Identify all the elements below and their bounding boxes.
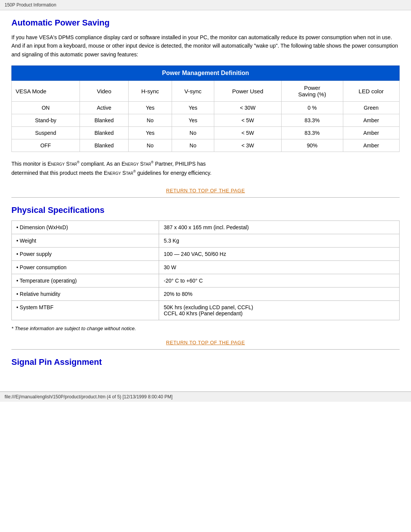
specs-cell: 387 x 400 x 165 mm (incl. Pedestal) — [159, 220, 400, 234]
table-row: • System MTBF50K hrs (excluding LCD pane… — [12, 300, 400, 320]
specs-cell: -20° C to +60° C — [159, 274, 400, 287]
energy-star-label-3: Energy Star — [104, 170, 133, 176]
table-cell: 83.3% — [281, 114, 343, 127]
col-power-saving: PowerSaving (%) — [281, 81, 343, 102]
table-cell: < 30W — [214, 102, 282, 114]
energy-star-paragraph: This monitor is Energy Star® compliant. … — [11, 160, 400, 178]
table-col-header-row: VESA Mode Video H-sync V-sync Power Used… — [12, 81, 400, 102]
specs-cell: • Dimension (WxHxD) — [12, 220, 159, 234]
table-row: • Relative humidity20% to 80% — [12, 287, 400, 300]
col-led-color: LED color — [343, 81, 399, 102]
physical-specs-table: • Dimension (WxHxD)387 x 400 x 165 mm (i… — [11, 220, 400, 320]
table-cell: 90% — [281, 139, 343, 152]
table-row: • Power consumption30 W — [12, 260, 400, 274]
table-main-header: Power Management Definition — [12, 66, 400, 81]
specs-cell: 20% to 80% — [159, 287, 400, 300]
table-cell: Amber — [343, 127, 399, 139]
table-cell: Suspend — [12, 127, 80, 139]
col-vesa-mode: VESA Mode — [12, 81, 80, 102]
col-power-used: Power Used — [214, 81, 282, 102]
table-row: • Temperature (operating)-20° C to +60° … — [12, 274, 400, 287]
power-management-table: Power Management Definition VESA Mode Vi… — [11, 66, 400, 152]
table-row: Stand-byBlankedNoYes< 5W83.3%Amber — [12, 114, 400, 127]
table-cell: Blanked — [80, 139, 128, 152]
specs-cell: • Weight — [12, 234, 159, 247]
energy-star-label-2: Energy Star — [121, 161, 151, 167]
table-cell: No — [129, 114, 172, 127]
table-row: ONActiveYesYes< 30W0 %Green — [12, 102, 400, 114]
table-cell: Green — [343, 102, 399, 114]
specs-note: * These information are subject to chang… — [11, 326, 400, 331]
registered-symbol-1: ® — [77, 161, 80, 165]
table-row: • Power supply100 — 240 VAC, 50/60 Hz — [12, 247, 400, 260]
table-cell: Yes — [129, 127, 172, 139]
table-cell: < 5W — [214, 127, 282, 139]
specs-cell: • Temperature (operating) — [12, 274, 159, 287]
specs-cell: • System MTBF — [12, 300, 159, 320]
table-cell: Yes — [172, 114, 214, 127]
specs-cell: 5.3 Kg — [159, 234, 400, 247]
footer-url: file:///E|/manual/english/150P/product/p… — [5, 394, 172, 399]
registered-symbol-3: ® — [133, 169, 136, 173]
table-cell: Yes — [172, 102, 214, 114]
return-link-anchor-1[interactable]: RETURN TO TOP OF THE PAGE — [166, 188, 245, 193]
specs-cell: • Power supply — [12, 247, 159, 260]
table-row: • Weight5.3 Kg — [12, 234, 400, 247]
specs-cell: • Power consumption — [12, 260, 159, 274]
table-cell: OFF — [12, 139, 80, 152]
table-cell: 0 % — [281, 102, 343, 114]
table-row: SuspendBlankedYesNo< 5W83.3%Amber — [12, 127, 400, 139]
browser-bar: 150P Product Information — [0, 0, 411, 10]
table-cell: No — [129, 139, 172, 152]
browser-title: 150P Product Information — [5, 2, 56, 8]
table-cell: Amber — [343, 114, 399, 127]
table-cell: Active — [80, 102, 128, 114]
table-cell: Stand-by — [12, 114, 80, 127]
table-cell: < 5W — [214, 114, 282, 127]
specs-cell: • Relative humidity — [12, 287, 159, 300]
table-header-row: Power Management Definition — [12, 66, 400, 81]
table-cell: No — [172, 127, 214, 139]
table-row: • Dimension (WxHxD)387 x 400 x 165 mm (i… — [12, 220, 400, 234]
footer-bar: file:///E|/manual/english/150P/product/p… — [0, 391, 411, 402]
specs-cell: 100 — 240 VAC, 50/60 Hz — [159, 247, 400, 260]
table-cell: 83.3% — [281, 127, 343, 139]
auto-power-saving-title: Automatic Power Saving — [11, 18, 400, 28]
table-row: OFFBlankedNoNo< 3W90%Amber — [12, 139, 400, 152]
specs-cell: 50K hrs (excluding LCD panel, CCFL)CCFL … — [159, 300, 400, 320]
table-cell: < 3W — [214, 139, 282, 152]
signal-pin-title: Signal Pin Assignment — [11, 357, 400, 367]
return-link-1[interactable]: RETURN TO TOP OF THE PAGE — [11, 187, 400, 193]
return-link-anchor-2[interactable]: RETURN TO TOP OF THE PAGE — [166, 340, 245, 345]
registered-symbol-2: ® — [151, 161, 154, 165]
energy-star-label-1: Energy Star — [48, 161, 77, 167]
table-cell: Blanked — [80, 127, 128, 139]
col-hsync: H-sync — [129, 81, 172, 102]
table-cell: Yes — [129, 102, 172, 114]
table-cell: ON — [12, 102, 80, 114]
col-vsync: V-sync — [172, 81, 214, 102]
intro-paragraph: If you have VESA's DPMS compliance displ… — [11, 33, 400, 59]
return-link-2[interactable]: RETURN TO TOP OF THE PAGE — [11, 339, 400, 345]
divider-2 — [11, 349, 400, 350]
divider-1 — [11, 197, 400, 198]
table-cell: No — [172, 139, 214, 152]
specs-cell: 30 W — [159, 260, 400, 274]
col-video: Video — [80, 81, 128, 102]
table-cell: Blanked — [80, 114, 128, 127]
table-cell: Amber — [343, 139, 399, 152]
main-content: Automatic Power Saving If you have VESA'… — [0, 10, 411, 384]
physical-specs-title: Physical Specifications — [11, 205, 400, 215]
